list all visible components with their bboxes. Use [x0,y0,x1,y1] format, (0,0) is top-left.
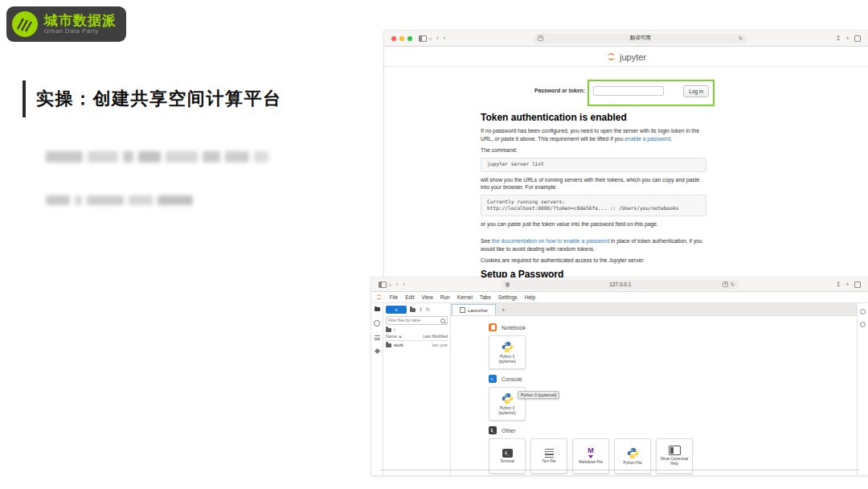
jupyterlab-body: + ↥ ↻ / Name Last Modified [371,303,868,475]
translate-icon[interactable]: a [723,281,728,288]
property-inspector-icon[interactable] [860,309,866,314]
file-row-work[interactable]: work last year [386,343,448,347]
menu-item-edit[interactable]: Edit [402,294,418,300]
forward-icon[interactable]: › [443,35,445,42]
share-icon[interactable]: ↥ [836,35,841,42]
paragraph: Cookies are required for authenticated a… [481,257,706,265]
show-tabs-icon[interactable] [854,281,861,288]
breadcrumb[interactable]: / [386,327,448,332]
log-in-button[interactable]: Log in [683,85,709,97]
password-token-input[interactable] [593,86,664,96]
sidebar-toggle-icon[interactable] [419,35,427,42]
breadcrumb-path: / [394,327,395,332]
password-token-label: Password or token: [505,88,585,93]
paragraph: The command: [481,146,706,154]
file-browser-toolbar: + ↥ ↻ [386,306,448,314]
show-tabs-icon[interactable] [854,35,861,42]
chevron-down-icon[interactable]: v [389,282,391,287]
share-icon[interactable]: ↥ [836,281,841,288]
activity-bar [371,303,383,475]
notebook-icon [489,323,497,331]
paragraph: or you can paste just the token value in… [481,220,706,228]
refresh-icon[interactable]: ↻ [426,307,430,312]
contextual-help-card[interactable]: Show Contextual Help [656,438,693,474]
table-of-contents-icon[interactable] [375,335,380,340]
jupyter-brand: jupyter [620,52,646,62]
documentation-link[interactable]: the documentation on how to enable a pas… [492,238,609,244]
address-bar[interactable]: a 翻译可用 ↻ [534,34,747,43]
tab-launcher[interactable]: Launcher [452,304,496,315]
window-traffic-lights [391,36,412,41]
folder-icon [386,343,391,347]
reload-icon[interactable]: ↻ [731,281,735,288]
extensions-icon[interactable] [374,348,379,354]
login-highlight-box: Log in [588,80,714,106]
redacted-text-line [46,151,268,162]
enable-password-link[interactable]: enable a password [624,136,670,142]
urban-data-party-logo: 城市数据派 Urban Data Party [6,6,126,42]
launcher-tab-icon [460,307,465,313]
filter-files-box [386,316,448,325]
slide: 城市数据派 Urban Data Party 实操：创建共享空间计算平台 v ‹… [0,0,868,489]
terminal-card[interactable]: $_ Terminal [489,438,526,474]
menu-item-file[interactable]: File [386,294,402,300]
launcher-tab-label: Launcher [468,308,488,313]
debugger-icon[interactable] [860,322,866,327]
menu-item-tabs[interactable]: Tabs [476,294,494,300]
menu-item-kernel[interactable]: Kernel [453,294,476,300]
new-tab-button[interactable]: + [502,306,506,314]
notebook-python3-card[interactable]: Python 3 (ipykernel) [489,335,526,369]
minimize-window-button[interactable] [399,36,404,41]
back-icon[interactable]: ‹ [396,281,399,288]
file-modified: last year [432,343,448,347]
privacy-shield-icon [506,282,510,287]
tab-bar: Launcher + [451,303,857,316]
code-line: http://localhost:8888/?token=c8de56fa...… [487,205,678,211]
right-sidebar-strip [857,303,868,475]
python-file-card[interactable]: Python File [614,438,651,474]
redacted-text-line [46,195,193,205]
jupyterlab-menubar: File Edit View Run Kernel Tabs Settings … [371,292,868,303]
upload-icon[interactable]: ↥ [419,307,423,312]
sidebar-toggle-icon[interactable] [379,281,387,288]
zoom-window-button[interactable] [407,36,412,41]
markdown-file-card[interactable]: M Markdown File [572,438,609,474]
running-kernels-icon[interactable] [374,320,380,327]
console-section-label: Console [502,376,522,382]
menu-item-view[interactable]: View [418,294,436,300]
column-name[interactable]: Name [386,334,402,339]
forward-icon[interactable]: › [403,281,405,288]
token-auth-heading: Token authentication is enabled [481,111,706,125]
column-last-modified[interactable]: Last Modified [423,334,448,339]
terminal-icon: $_ [502,449,513,458]
address-bar[interactable]: 127.0.0.1 a↻ [502,280,739,290]
browser-window-jupyter-login: v ‹ › a 翻译可用 ↻ ↥ + jupyter Password or t… [384,31,868,283]
code-block: Currently running servers:http://localho… [481,195,706,216]
launcher-panel: Notebook Python 3 (ipykernel) >_ Console [451,316,857,475]
paragraph: See the documentation on how to enable a… [481,237,706,253]
paragraph: If no password has been configured, you … [481,127,706,143]
home-folder-icon[interactable] [386,328,391,332]
filter-files-input[interactable] [388,318,440,323]
console-section-header: >_ Console [489,375,857,383]
menu-item-run[interactable]: Run [436,294,453,300]
slide-heading-block: 实操：创建共享空间计算平台 [23,80,282,117]
new-tab-icon[interactable]: + [845,35,850,42]
menu-item-settings[interactable]: Settings [494,294,521,300]
reload-icon[interactable]: ↻ [739,35,743,42]
paragraph-text: . [670,136,672,142]
back-icon[interactable]: ‹ [436,35,439,42]
translate-icon[interactable]: a [538,35,543,42]
menu-item-help[interactable]: Help [521,294,539,300]
file-name: work [394,343,403,347]
file-browser-icon[interactable] [375,307,380,311]
logo-emblem-icon [11,10,39,38]
text-file-card[interactable]: Text File [530,438,567,474]
close-window-button[interactable] [391,36,396,41]
new-tab-icon[interactable]: + [845,281,850,288]
chevron-down-icon[interactable]: v [429,36,432,41]
paragraph: will show you the URLs of running server… [481,176,706,192]
new-folder-icon[interactable] [410,308,416,312]
other-section-header: $_ Other [489,426,857,434]
new-launcher-button[interactable]: + [386,306,407,314]
